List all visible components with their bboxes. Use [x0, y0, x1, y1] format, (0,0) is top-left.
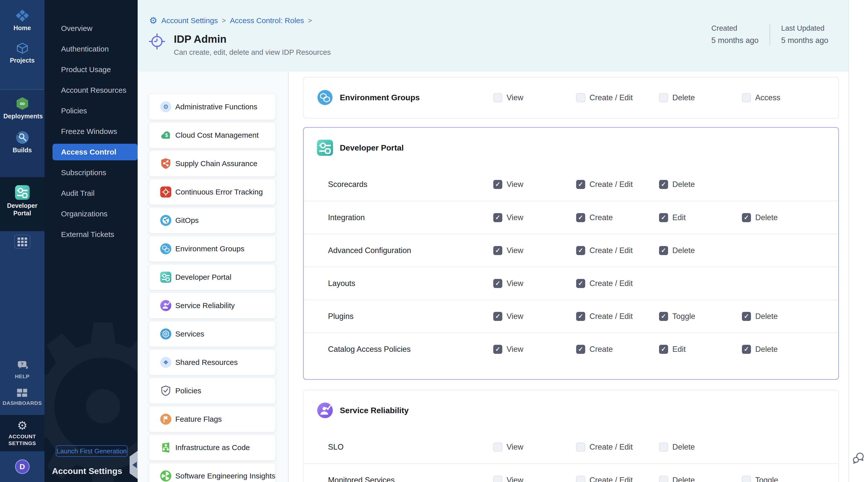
check-icon: [495, 346, 501, 352]
breadcrumb-account-settings[interactable]: Account Settings: [161, 16, 218, 25]
rail-dashboards-button[interactable]: DASHBOARDS: [2, 388, 42, 406]
checkbox[interactable]: [742, 213, 751, 222]
category-infrastructure-as-code[interactable]: Infrastructure as Code: [149, 434, 276, 461]
category-software-engineering-insights[interactable]: Software Engineering Insights: [149, 463, 276, 482]
checkbox[interactable]: [576, 345, 585, 354]
svg-text:$: $: [165, 132, 168, 138]
permission-toggle: Toggle: [659, 312, 695, 321]
checkbox[interactable]: [659, 476, 668, 482]
checkbox[interactable]: [742, 312, 751, 321]
category-administrative-functions[interactable]: ⚙ Administrative Functions: [149, 94, 276, 120]
launch-first-generation-button[interactable]: Launch First Generation: [56, 445, 128, 457]
sidebar-item-freeze-windows[interactable]: Freeze Windows: [44, 121, 137, 142]
checkbox[interactable]: [659, 443, 668, 452]
rail-account-settings-button[interactable]: ⚙ ACCOUNT SETTINGS: [0, 415, 44, 451]
sidebar-collapse-button[interactable]: [130, 451, 137, 479]
checkbox[interactable]: [493, 180, 502, 189]
sidebar-item-organizations[interactable]: Organizations: [44, 204, 137, 224]
category-gitops[interactable]: GitOps: [149, 207, 276, 234]
checkbox[interactable]: [493, 213, 502, 222]
rail-module-label: Projects: [3, 57, 41, 64]
rail-help-button[interactable]: ? HELP: [15, 361, 29, 380]
sidebar-item-access-control[interactable]: Access Control: [53, 144, 137, 160]
category-feature-flags[interactable]: Feature Flags: [149, 406, 276, 432]
permission-access: Access: [742, 93, 780, 102]
checkbox[interactable]: [493, 345, 502, 354]
check-icon: [578, 181, 583, 187]
checkbox[interactable]: [659, 213, 668, 222]
rail-module-projects[interactable]: Projects: [3, 42, 41, 64]
permission-create-edit: Create / Edit: [576, 279, 633, 288]
checkbox[interactable]: [576, 312, 585, 321]
sidebar-item-overview[interactable]: Overview: [44, 18, 137, 39]
permission-row-catalog-access-policies: Catalog Access Policies View Create Edit: [304, 332, 838, 365]
checkbox[interactable]: [659, 93, 668, 102]
check-icon: [495, 247, 501, 253]
sidebar-item-policies[interactable]: Policies: [44, 100, 137, 121]
checkbox[interactable]: [493, 246, 502, 255]
environment-groups-icon: [160, 243, 171, 254]
checkbox[interactable]: [576, 180, 585, 189]
permissions-area: Environment Groups View Create / Edit De…: [288, 71, 848, 482]
permission-card-service-reliability: Service Reliability SLO View Create / Ed…: [303, 390, 839, 482]
checkbox[interactable]: [493, 279, 502, 288]
sidebar-item-authentication[interactable]: Authentication: [44, 39, 137, 59]
checkbox[interactable]: [576, 246, 585, 255]
permission-card-environment-groups: Environment Groups View Create / Edit De…: [303, 77, 839, 119]
rail-avatar-block: D: [0, 451, 44, 482]
permission-view: View: [493, 476, 523, 482]
category-service-reliability[interactable]: Service Reliability: [149, 293, 276, 319]
permission-view: View: [493, 180, 523, 189]
rail-module-developer-portal[interactable]: Developer Portal: [3, 185, 41, 217]
checkbox[interactable]: [493, 93, 502, 102]
checkbox[interactable]: [576, 443, 585, 452]
permission-create-edit: Create / Edit: [576, 180, 633, 189]
sidebar-item-subscriptions[interactable]: Subscriptions: [44, 162, 137, 183]
permission-row-scorecards: Scorecards View Create / Edit Delete: [304, 168, 838, 201]
checkbox[interactable]: [659, 246, 668, 255]
user-avatar[interactable]: D: [15, 459, 30, 474]
category-services[interactable]: Services: [149, 321, 276, 347]
checkbox[interactable]: [576, 213, 585, 222]
sidebar-item-product-usage[interactable]: Product Usage: [44, 59, 137, 80]
checkbox[interactable]: [659, 312, 668, 321]
sidebar-item-audit-trail[interactable]: Audit Trail: [44, 183, 137, 204]
rail-module-deployments[interactable]: ∞ Deployments: [3, 97, 41, 120]
card-title: Service Reliability: [340, 406, 409, 415]
category-developer-portal[interactable]: Developer Portal: [149, 264, 276, 290]
checkbox[interactable]: [659, 180, 668, 189]
checkbox[interactable]: [742, 476, 751, 482]
sidebar-item-external-tickets[interactable]: External Tickets: [44, 224, 137, 245]
checkbox[interactable]: [493, 312, 502, 321]
checkbox[interactable]: [576, 279, 585, 288]
category-policies[interactable]: Policies: [149, 378, 276, 404]
category-shared-resources[interactable]: ❖ Shared Resources: [149, 349, 276, 375]
checkbox[interactable]: [493, 476, 502, 482]
checkbox[interactable]: [493, 443, 502, 452]
permission-view: View: [493, 93, 523, 102]
help-icon: ?: [16, 361, 28, 371]
checkbox[interactable]: [576, 476, 585, 482]
svg-text:∞: ∞: [20, 99, 25, 107]
category-environment-groups[interactable]: Environment Groups: [149, 236, 276, 262]
rail-module-builds[interactable]: Builds: [3, 131, 41, 154]
checkbox[interactable]: [742, 345, 751, 354]
breadcrumb-access-control-roles[interactable]: Access Control: Roles: [230, 16, 304, 25]
module-picker-button[interactable]: [14, 235, 30, 249]
check-icon: [661, 181, 666, 187]
check-icon: [661, 346, 666, 352]
cloud-cost-icon: $: [160, 130, 171, 141]
rail-module-home[interactable]: Home: [3, 9, 41, 32]
category-supply-chain-assurance[interactable]: Supply Chain Assurance: [149, 151, 276, 177]
permission-view: View: [493, 279, 523, 288]
last-updated-block: Last Updated 5 months ago: [770, 24, 839, 45]
page-header: ⚙ Account Settings > Access Control: Rol…: [137, 0, 848, 71]
category-continuous-error-tracking[interactable]: Continuous Error Tracking: [149, 179, 276, 205]
permission-delete: Delete: [659, 246, 695, 255]
sidebar-item-account-resources[interactable]: Account Resources: [44, 80, 137, 100]
chat-support-button[interactable]: [852, 452, 865, 464]
category-cloud-cost-management[interactable]: $ Cloud Cost Management: [149, 122, 276, 148]
checkbox[interactable]: [659, 345, 668, 354]
checkbox[interactable]: [576, 93, 585, 102]
checkbox[interactable]: [742, 93, 751, 102]
